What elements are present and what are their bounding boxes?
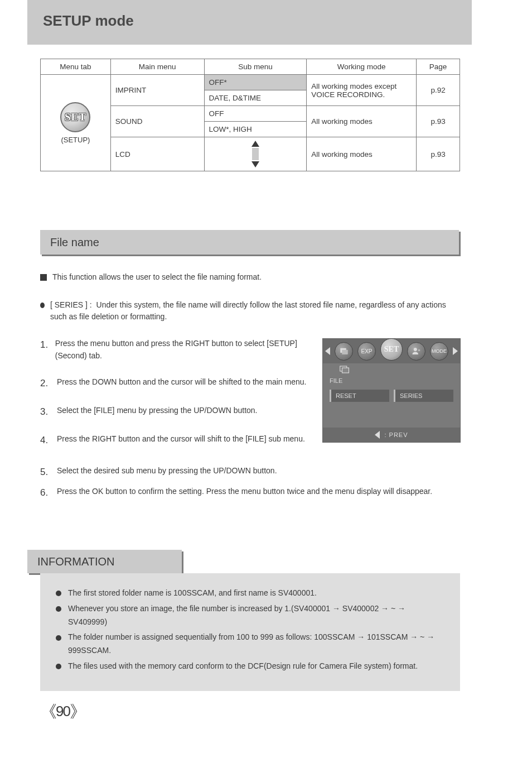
step-item: 1.Press the menu button and press the RI… bbox=[40, 337, 313, 362]
page-title: SETUP mode bbox=[43, 12, 456, 30]
th-page: Page bbox=[417, 59, 460, 75]
info-heading: INFORMATION bbox=[27, 550, 182, 573]
opt-reset[interactable]: RESET bbox=[330, 390, 389, 402]
series-label: [ SERIES ] : bbox=[50, 300, 92, 309]
svg-rect-5 bbox=[342, 368, 349, 373]
steps-after: 5.Select the desired sub menu by pressin… bbox=[40, 464, 460, 500]
pg-lcd: p.93 bbox=[417, 137, 460, 171]
svg-point-2 bbox=[413, 348, 417, 351]
page-number: 《90》 bbox=[40, 701, 85, 723]
bullet-icon bbox=[56, 606, 61, 612]
info-item: Whenever you store an image, the file nu… bbox=[56, 602, 444, 629]
main-sound: SOUND bbox=[110, 106, 204, 137]
sub-date: DATE, D&TIME bbox=[204, 90, 307, 106]
th-main-menu: Main menu bbox=[110, 59, 204, 75]
step-text: Press the RIGHT button and the cursor wi… bbox=[57, 433, 305, 448]
info-text: The first stored folder name is 100SSCAM… bbox=[68, 587, 317, 600]
tab-exp[interactable]: EXP bbox=[357, 342, 376, 361]
step-text: Select the [FILE] menu by pressing the U… bbox=[57, 404, 258, 419]
section-heading: File name bbox=[40, 230, 459, 255]
slider-thumb bbox=[252, 148, 259, 160]
step-num: 1. bbox=[40, 337, 55, 362]
info-item: The files used with the memory card conf… bbox=[56, 660, 444, 673]
step-text: Select the desired sub menu by pressing … bbox=[57, 464, 277, 479]
menu-tab-label: (SETUP) bbox=[45, 136, 106, 144]
info-item: The folder number is assigned sequential… bbox=[56, 631, 444, 658]
info-text: The files used with the memory card conf… bbox=[68, 660, 418, 673]
series-text: Under this system, the file name will di… bbox=[50, 300, 446, 322]
screen-sub-label: FILE bbox=[330, 377, 342, 384]
sub-sound-off: OFF bbox=[204, 106, 307, 122]
triangle-up-icon bbox=[252, 141, 259, 147]
opt-series-label: SERIES bbox=[400, 392, 422, 399]
square-bullet-icon bbox=[40, 274, 47, 281]
pg-sound: p.93 bbox=[417, 106, 460, 137]
step-num: 3. bbox=[40, 404, 57, 419]
slider-control bbox=[209, 141, 302, 167]
bullet-icon bbox=[40, 303, 45, 308]
menu-tab-cell: SET (SETUP) bbox=[41, 75, 111, 171]
wm-sound: All working modes bbox=[307, 106, 417, 137]
bullet-icon bbox=[56, 635, 61, 641]
intro-text: This function allows the user to select … bbox=[52, 272, 262, 281]
screen-footer: : PREV bbox=[323, 428, 460, 442]
tab-mode[interactable]: MODE bbox=[430, 342, 448, 361]
info-text: Whenever you store an image, the file nu… bbox=[68, 602, 444, 629]
info-box: The first stored folder name is 100SSCAM… bbox=[40, 573, 460, 691]
info-text: The folder number is assigned sequential… bbox=[68, 631, 444, 658]
bullet-icon bbox=[56, 664, 61, 669]
tab-gallery[interactable] bbox=[335, 342, 353, 361]
step-text: Press the menu button and press the RIGH… bbox=[55, 337, 313, 362]
sub-icon-row bbox=[323, 363, 460, 375]
step-text: Press the DOWN button and the cursor wil… bbox=[57, 376, 306, 391]
tab-bar: EXP SET MODE bbox=[323, 339, 460, 363]
main-lcd: LCD bbox=[110, 137, 204, 171]
step-num: 2. bbox=[40, 376, 57, 391]
page-number-value: 90 bbox=[56, 703, 70, 719]
step-num: 5. bbox=[40, 464, 57, 479]
chevron-left-icon[interactable] bbox=[325, 347, 330, 355]
steps-list: 1.Press the menu button and press the RI… bbox=[40, 337, 313, 461]
sub-lcd-slider bbox=[204, 137, 307, 171]
step-item: 2.Press the DOWN button and the cursor w… bbox=[40, 376, 313, 391]
info-heading-text: INFORMATION bbox=[37, 555, 115, 568]
options-row: RESET SERIES bbox=[323, 386, 460, 405]
step-num: 6. bbox=[40, 485, 57, 500]
chevron-right-icon[interactable] bbox=[453, 347, 458, 355]
wm-imprint: All working modes except VOICE RECORDING… bbox=[307, 75, 417, 106]
triangle-down-icon bbox=[252, 161, 259, 167]
bullet-icon bbox=[56, 591, 61, 596]
lcd-preview: EXP SET MODE FILE RESET SERIES : PREV bbox=[322, 338, 461, 443]
footer-label: PREV bbox=[389, 431, 408, 438]
svg-point-3 bbox=[418, 349, 419, 351]
step-text: Press the OK button to confirm the setti… bbox=[57, 485, 432, 500]
page-header: SETUP mode bbox=[27, 0, 472, 45]
gallery-small-icon bbox=[340, 366, 350, 373]
th-menu-tab: Menu tab bbox=[41, 59, 111, 75]
th-sub-menu: Sub menu bbox=[204, 59, 307, 75]
sub-sound-lowhigh: LOW*, HIGH bbox=[204, 122, 307, 137]
th-working-mode: Working mode bbox=[307, 59, 417, 75]
main-imprint: IMPRINT bbox=[110, 75, 204, 106]
tab-set[interactable]: SET bbox=[380, 338, 403, 361]
footer-chevron-left-icon[interactable] bbox=[375, 431, 380, 439]
set-icon: SET bbox=[60, 102, 90, 132]
step-num: 4. bbox=[40, 433, 57, 448]
opt-series[interactable]: SERIES bbox=[394, 390, 453, 402]
info-item: The first stored folder name is 100SSCAM… bbox=[56, 587, 444, 600]
step-item: 4.Press the RIGHT button and the cursor … bbox=[40, 433, 313, 448]
setup-table: Menu tab Main menu Sub menu Working mode… bbox=[40, 59, 460, 171]
pg-imprint: p.92 bbox=[417, 75, 460, 106]
body-text: This function allows the user to select … bbox=[40, 271, 460, 323]
opt-reset-label: RESET bbox=[336, 392, 356, 399]
tab-person[interactable] bbox=[407, 342, 425, 361]
step-item: 3.Select the [FILE] menu by pressing the… bbox=[40, 404, 313, 419]
section-heading-text: File name bbox=[50, 236, 99, 249]
svg-rect-1 bbox=[342, 350, 348, 354]
sub-off: OFF* bbox=[204, 75, 307, 90]
wm-lcd: All working modes bbox=[307, 137, 417, 171]
